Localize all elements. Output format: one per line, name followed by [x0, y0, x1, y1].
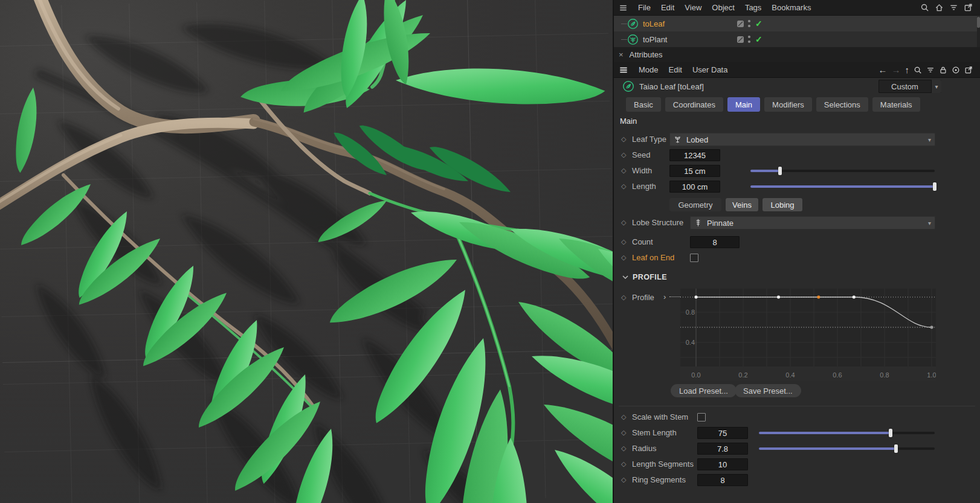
- attribute-manager-panel: File Edit View Object Tags Bookmarks toL…: [613, 0, 980, 503]
- width-input[interactable]: 15 cm: [669, 165, 720, 177]
- tab-basic[interactable]: Basic: [626, 97, 661, 112]
- menu-object[interactable]: Object: [712, 3, 735, 12]
- menu-bookmarks[interactable]: Bookmarks: [772, 3, 811, 12]
- key-diamond-icon[interactable]: ◇: [621, 135, 626, 143]
- key-diamond-icon[interactable]: ◇: [621, 151, 626, 159]
- leaf-on-end-checkbox[interactable]: [690, 254, 698, 262]
- visibility-dots-icon[interactable]: [747, 34, 751, 45]
- plant-object-icon[interactable]: [627, 34, 639, 45]
- object-label[interactable]: toPlant: [643, 35, 667, 44]
- lock-icon[interactable]: [939, 66, 947, 74]
- layer-icon[interactable]: [737, 36, 744, 43]
- key-diamond-icon[interactable]: ◇: [621, 182, 626, 190]
- search-icon[interactable]: [914, 66, 922, 74]
- leaf-object-icon: [622, 80, 634, 92]
- collapse-caret-icon[interactable]: [622, 275, 628, 280]
- tab-materials[interactable]: Materials: [872, 97, 920, 112]
- tab-selections[interactable]: Selections: [816, 97, 868, 112]
- tab-coordinates[interactable]: Coordinates: [665, 97, 723, 112]
- stem-length-slider[interactable]: [759, 429, 935, 437]
- row-leaf-on-end: ◇ Leaf on End: [614, 250, 980, 266]
- width-slider[interactable]: [750, 167, 935, 175]
- ring-segments-input[interactable]: 8: [697, 474, 748, 486]
- filter-icon[interactable]: [949, 3, 958, 12]
- record-target-icon[interactable]: [952, 66, 960, 74]
- row-length: ◇ Length 100 cm: [614, 179, 980, 194]
- key-diamond-icon[interactable]: ◇: [621, 238, 626, 246]
- save-preset-button[interactable]: Save Preset...: [735, 384, 801, 397]
- menu-file[interactable]: File: [638, 3, 651, 12]
- section-divider: [619, 406, 975, 406]
- menu-view[interactable]: View: [685, 3, 701, 12]
- key-diamond-icon[interactable]: ◇: [621, 413, 626, 421]
- forward-icon[interactable]: →: [892, 65, 901, 74]
- menu-edit[interactable]: Edit: [669, 65, 682, 74]
- menu-edit[interactable]: Edit: [661, 3, 674, 12]
- key-diamond-icon[interactable]: ◇: [621, 429, 626, 437]
- slider-knob[interactable]: [889, 429, 892, 437]
- radius-input[interactable]: 7.8: [697, 443, 748, 455]
- leaf-type-dropdown[interactable]: Lobed ▾: [669, 133, 935, 146]
- count-input[interactable]: 8: [690, 236, 740, 248]
- chevron-down-icon[interactable]: ▾: [931, 80, 941, 93]
- preset-dropdown[interactable]: Custom ▾: [878, 80, 941, 93]
- preset-dropdown-value: Custom: [878, 82, 931, 91]
- geometry-button[interactable]: Geometry: [669, 198, 721, 211]
- object-row-toplant[interactable]: toPlant ✓: [614, 31, 980, 47]
- key-diamond-icon[interactable]: ◇: [621, 293, 626, 301]
- length-input[interactable]: 100 cm: [669, 181, 720, 193]
- stem-length-input[interactable]: 75: [697, 427, 748, 439]
- attributes-menubar: Mode Edit User Data ← → ↑: [614, 62, 980, 78]
- home-icon[interactable]: [935, 3, 944, 12]
- profile-expand-icon[interactable]: ›: [663, 292, 666, 301]
- key-diamond-icon[interactable]: ◇: [621, 254, 626, 261]
- profile-curve-svg[interactable]: 0.80.40.00.20.40.60.81.0: [680, 289, 936, 381]
- object-label[interactable]: toLeaf: [643, 19, 665, 28]
- close-icon[interactable]: ×: [619, 50, 624, 59]
- slider-knob[interactable]: [933, 182, 936, 191]
- length-segments-input[interactable]: 10: [697, 458, 748, 470]
- leaf-object-icon[interactable]: [627, 18, 639, 30]
- tab-main[interactable]: Main: [727, 97, 760, 112]
- profile-curve-editor[interactable]: 0.80.40.00.20.40.60.81.0: [680, 289, 936, 381]
- seed-input[interactable]: 12345: [669, 149, 720, 161]
- layer-icon[interactable]: [737, 20, 744, 28]
- tab-modifiers[interactable]: Modifiers: [764, 97, 812, 112]
- radius-slider[interactable]: [759, 444, 935, 453]
- lobing-button[interactable]: Lobing: [762, 198, 802, 211]
- svg-text:0.6: 0.6: [833, 371, 842, 379]
- up-icon[interactable]: ↑: [905, 65, 910, 74]
- scale-with-stem-checkbox[interactable]: [697, 413, 706, 421]
- row-length-segments: ◇ Length Segments 10: [614, 457, 980, 472]
- lobe-structure-dropdown[interactable]: Pinnate ▾: [690, 216, 935, 229]
- profile-group-header[interactable]: PROFILE: [622, 273, 667, 281]
- key-diamond-icon[interactable]: ◇: [621, 476, 626, 484]
- object-row-toleaf[interactable]: toLeaf ✓: [614, 16, 980, 31]
- menu-tags[interactable]: Tags: [745, 3, 761, 12]
- slider-knob[interactable]: [894, 444, 898, 453]
- slider-knob[interactable]: [778, 167, 782, 175]
- new-window-icon[interactable]: [964, 3, 973, 12]
- key-diamond-icon[interactable]: ◇: [621, 167, 626, 175]
- menu-user-data[interactable]: User Data: [692, 65, 728, 74]
- menu-mode[interactable]: Mode: [639, 65, 659, 74]
- row-presets: Load Preset... Save Preset...: [614, 384, 980, 400]
- enabled-check-icon[interactable]: ✓: [755, 19, 762, 28]
- row-count: ◇ Count 8: [614, 234, 980, 250]
- viewport-3d[interactable]: [0, 0, 613, 503]
- length-slider[interactable]: [750, 182, 935, 191]
- key-diamond-icon[interactable]: ◇: [621, 460, 626, 468]
- hamburger-menu-icon[interactable]: [619, 4, 628, 12]
- visibility-dots-icon[interactable]: [747, 19, 751, 29]
- load-preset-button[interactable]: Load Preset...: [671, 384, 737, 397]
- hamburger-menu-icon[interactable]: [619, 66, 628, 74]
- back-icon[interactable]: ←: [878, 65, 888, 74]
- key-diamond-icon[interactable]: ◇: [621, 444, 626, 452]
- new-window-icon[interactable]: [964, 66, 973, 74]
- veins-button[interactable]: Veins: [726, 198, 758, 211]
- key-diamond-icon[interactable]: ◇: [621, 219, 626, 226]
- search-icon[interactable]: [920, 3, 929, 12]
- enabled-check-icon[interactable]: ✓: [755, 34, 762, 44]
- filter-icon[interactable]: [926, 66, 935, 74]
- object-manager-scrollbar[interactable]: [977, 16, 980, 47]
